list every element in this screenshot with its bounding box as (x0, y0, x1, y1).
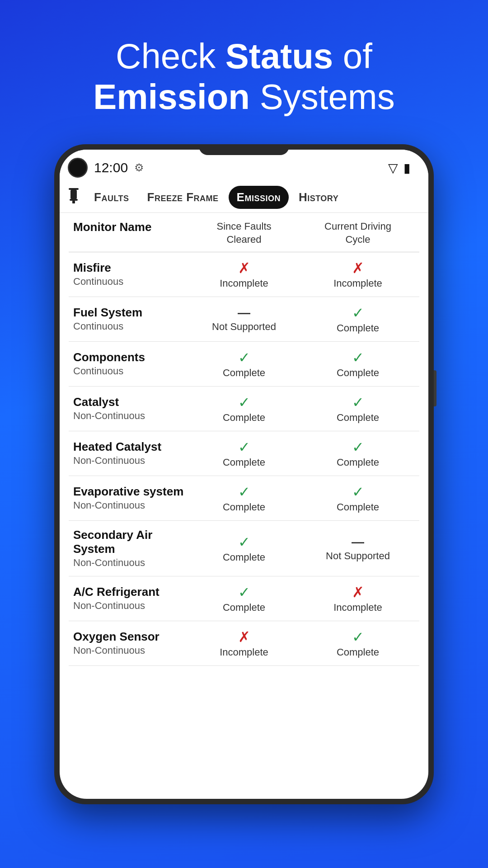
monitor-name: Components (73, 350, 187, 364)
monitor-name: Heated Catalyst (73, 440, 187, 454)
cell-current-cycle: ✓ Complete (301, 439, 415, 468)
monitor-subname: Non-Continuous (73, 500, 187, 511)
monitor-subname: Non-Continuous (73, 645, 187, 656)
status-icon: ✓ (352, 483, 364, 500)
status-label: Incomplete (333, 278, 382, 289)
settings-icon: ⚙ (134, 161, 144, 174)
status-icon: — (352, 535, 364, 549)
status-label: Complete (223, 552, 265, 563)
status-icon: — (238, 306, 250, 320)
monitor-name: Catalyst (73, 395, 187, 409)
svg-rect-2 (70, 199, 78, 201)
table-row: Misfire Continuous ✗ Incomplete ✗ Incomp… (69, 252, 419, 297)
tab-faults[interactable]: Faults (86, 186, 137, 209)
status-left: 12:00 ⚙ (68, 158, 144, 178)
status-label: Complete (223, 602, 265, 613)
col-header-name: Monitor Name (73, 220, 187, 246)
svg-rect-1 (70, 190, 77, 199)
cell-current-cycle: — Not Supported (301, 535, 415, 562)
table-row: Components Continuous ✓ Complete ✓ Compl… (69, 342, 419, 387)
status-label: Complete (337, 501, 379, 513)
row-name-group: Heated Catalyst Non-Continuous (73, 440, 187, 467)
monitor-subname: Non-Continuous (73, 600, 187, 612)
cell-current-cycle: ✓ Complete (301, 628, 415, 658)
row-name-group: Components Continuous (73, 350, 187, 377)
status-icon: ✗ (238, 259, 250, 277)
status-label: Incomplete (220, 278, 268, 289)
status-label: Complete (337, 322, 379, 334)
camera-dot (68, 158, 88, 178)
table-row: A/C Refrigerant Non-Continuous ✓ Complet… (69, 576, 419, 621)
cell-current-cycle: ✗ Incomplete (301, 259, 415, 289)
status-label: Complete (223, 501, 265, 513)
monitor-subname: Continuous (73, 321, 187, 332)
monitor-name: Fuel System (73, 306, 187, 320)
status-label: Complete (223, 412, 265, 424)
status-icon: ✓ (352, 439, 364, 456)
hero-text-systems: Systems (250, 77, 395, 117)
monitor-name: Misfire (73, 261, 187, 275)
status-time: 12:00 (94, 160, 128, 175)
status-label: Complete (223, 367, 265, 379)
col-header-since-faults: Since FaultsCleared (187, 220, 301, 246)
monitor-name: Evaporative system (73, 485, 187, 499)
status-icon: ✓ (238, 533, 250, 551)
status-icon: ✓ (238, 483, 250, 500)
row-name-group: Catalyst Non-Continuous (73, 395, 187, 422)
tab-history[interactable]: History (291, 186, 347, 209)
monitor-subname: Non-Continuous (73, 557, 187, 569)
obd-icon (67, 188, 80, 207)
tab-emission[interactable]: Emission (229, 186, 289, 209)
svg-rect-0 (69, 188, 79, 190)
emission-table: Monitor Name Since FaultsCleared Current… (60, 213, 428, 799)
monitor-subname: Continuous (73, 365, 187, 377)
tab-freeze-frame[interactable]: Freeze Frame (139, 186, 227, 209)
cell-since-faults: ✓ Complete (187, 483, 301, 513)
status-right: ▽ ▮ (388, 160, 410, 175)
hero-text-of: of (333, 36, 372, 76)
status-label: Complete (337, 412, 379, 424)
status-icon: ✓ (352, 628, 364, 646)
status-label: Not Supported (326, 550, 390, 562)
cell-since-faults: — Not Supported (187, 306, 301, 333)
table-row: Evaporative system Non-Continuous ✓ Comp… (69, 476, 419, 521)
status-label: Incomplete (220, 646, 268, 658)
status-icon: ✓ (352, 349, 364, 366)
svg-rect-3 (72, 201, 75, 203)
monitor-subname: Non-Continuous (73, 455, 187, 467)
battery-icon: ▮ (404, 160, 410, 175)
cell-since-faults: ✓ Complete (187, 439, 301, 468)
status-label: Complete (223, 457, 265, 468)
row-name-group: Secondary Air System Non-Continuous (73, 528, 187, 569)
cell-since-faults: ✓ Complete (187, 533, 301, 563)
status-icon: ✗ (238, 628, 250, 646)
cell-since-faults: ✗ Incomplete (187, 628, 301, 658)
cell-since-faults: ✗ Incomplete (187, 259, 301, 289)
monitor-name: Secondary Air System (73, 528, 187, 556)
cell-since-faults: ✓ Complete (187, 584, 301, 613)
cell-current-cycle: ✓ Complete (301, 483, 415, 513)
status-label: Complete (337, 457, 379, 468)
phone-screen: 12:00 ⚙ ▽ ▮ Faults Freeze Frame Emission (60, 150, 428, 799)
status-icon: ✗ (352, 584, 364, 601)
table-row: Fuel System Continuous — Not Supported ✓… (69, 297, 419, 342)
monitor-name: A/C Refrigerant (73, 585, 187, 599)
cell-since-faults: ✓ Complete (187, 394, 301, 424)
status-icon: ✓ (352, 394, 364, 411)
cell-current-cycle: ✓ Complete (301, 394, 415, 424)
status-icon: ✓ (352, 304, 364, 321)
status-label: Incomplete (333, 602, 382, 613)
table-row: Heated Catalyst Non-Continuous ✓ Complet… (69, 431, 419, 476)
status-icon: ✓ (238, 439, 250, 456)
hero-bold-emission: Emission (93, 77, 250, 117)
row-name-group: Misfire Continuous (73, 261, 187, 288)
table-row: Oxygen Sensor Non-Continuous ✗ Incomplet… (69, 621, 419, 666)
hero-title: Check Status of Emission Systems (66, 36, 422, 117)
status-bar: 12:00 ⚙ ▽ ▮ (60, 150, 428, 182)
cell-current-cycle: ✗ Incomplete (301, 584, 415, 613)
monitor-subname: Non-Continuous (73, 410, 187, 422)
row-name-group: Oxygen Sensor Non-Continuous (73, 630, 187, 656)
table-header: Monitor Name Since FaultsCleared Current… (69, 213, 419, 252)
row-name-group: Fuel System Continuous (73, 306, 187, 332)
status-icon: ✓ (238, 584, 250, 601)
